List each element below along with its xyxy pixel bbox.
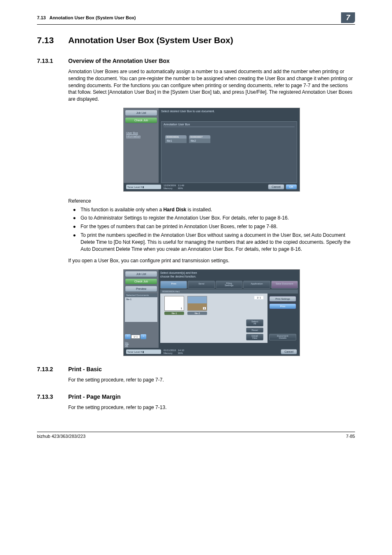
folder-file2[interactable]: 000000007 file2 bbox=[189, 135, 210, 143]
actions-sidebar: Print Settings Print Document Details bbox=[267, 294, 298, 343]
h2-title: Overview of the Annotation User Box bbox=[68, 58, 170, 64]
status-info: 01/11/2010 14:10 Memory 99% bbox=[161, 349, 279, 354]
h2-title: Print - Basic bbox=[68, 366, 102, 372]
thumb1-label: file-1 bbox=[164, 312, 184, 315]
instruction-text: Select desired User Box to use document. bbox=[161, 110, 297, 113]
thumb-file-1[interactable]: 1 file-1 bbox=[164, 296, 184, 315]
screenshot-2: Job List Check Job Preview Selected Docu… bbox=[123, 269, 300, 356]
folder2-name: file2 bbox=[189, 139, 210, 143]
detail-link[interactable]: De- tail bbox=[125, 342, 129, 347]
list-item: ● To print the numbers specified in the … bbox=[68, 232, 355, 252]
folder-file1[interactable]: 000000006 file1 bbox=[165, 135, 187, 143]
toner-level: Toner Level K▮ bbox=[126, 349, 161, 354]
reset-button[interactable]: Reset bbox=[246, 328, 263, 333]
list-item: ● This function is available only when a… bbox=[68, 206, 355, 213]
detail-view-button[interactable]: Detail View bbox=[246, 334, 263, 341]
bullet-icon: ● bbox=[68, 206, 81, 213]
document-canvas: 1/ 1 1 file-1 1 file-2 bbox=[160, 294, 267, 343]
footer-left: bizhub 423/363/283/223 bbox=[37, 434, 85, 439]
job-list-tab[interactable]: Job List bbox=[125, 110, 157, 116]
reference-label: Reference bbox=[68, 198, 355, 204]
box-subheader: 000000006 file1 bbox=[160, 289, 298, 294]
check-job-tab[interactable]: Check Job bbox=[125, 278, 157, 284]
status-info: 12/29/2009 11:49 Memory 99% bbox=[161, 184, 267, 190]
footer-right: 7-85 bbox=[346, 434, 355, 439]
list-item: ● Go to Administrator Settings to regist… bbox=[68, 215, 355, 222]
h1-number: 7.13 bbox=[37, 35, 68, 45]
bullet-icon: ● bbox=[68, 223, 81, 230]
bullet-icon: ● bbox=[68, 232, 81, 252]
list-item: ● For the types of numbers that can be p… bbox=[68, 223, 355, 230]
h2-number: 7.13.2 bbox=[37, 366, 68, 372]
h1-title: Annotation User Box (System User Box) bbox=[68, 35, 233, 45]
folder1-id: 000000006 bbox=[165, 135, 187, 139]
reference-bullets: ● This function is available only when a… bbox=[68, 206, 355, 253]
print-settings-button[interactable]: Print Settings bbox=[269, 296, 296, 302]
check-job-tab[interactable]: Check Job bbox=[125, 117, 157, 123]
sec3-body: For the setting procedure, refer to page… bbox=[68, 404, 355, 411]
h2-title: Print - Page Margin bbox=[68, 393, 121, 400]
document-details-button[interactable]: Document Details bbox=[269, 334, 296, 341]
screenshot-1-wrap: Job List Check Job User Box Information … bbox=[68, 108, 355, 192]
page-footer: bizhub 423/363/283/223 7-85 bbox=[37, 432, 355, 439]
userbox-info-link[interactable]: User Box Information bbox=[125, 130, 142, 139]
thumb2-label: file-2 bbox=[187, 312, 207, 315]
screenshot-1: Job List Check Job User Box Information … bbox=[123, 108, 300, 192]
job-list-tab[interactable]: Job List bbox=[125, 271, 157, 277]
header-section: 7.13 Annotation User Box (System User Bo… bbox=[37, 15, 136, 20]
cancel-button[interactable]: Cancel bbox=[281, 349, 297, 354]
send-tab[interactable]: Send bbox=[188, 281, 214, 289]
h2-7-13-1: 7.13.1 Overview of the Annotation User B… bbox=[37, 58, 355, 64]
screenshot-2-wrap: Job List Check Job Preview Selected Docu… bbox=[68, 269, 355, 356]
cancel-button[interactable]: Cancel bbox=[268, 184, 284, 190]
print-tab[interactable]: Print bbox=[160, 281, 187, 289]
bullet-icon: ● bbox=[68, 215, 81, 222]
h2-7-13-3: 7.13.3 Print - Page Margin bbox=[37, 393, 355, 400]
h2-number: 7.13.1 bbox=[37, 58, 68, 64]
h2-7-13-2: 7.13.2 Print - Basic bbox=[37, 366, 355, 372]
sec1-para: Annotation User Boxes are used to automa… bbox=[68, 68, 355, 103]
application-tab[interactable]: Application bbox=[243, 281, 270, 289]
chapter-badge: 7 bbox=[341, 12, 355, 23]
selected-docs-header: Selected Documents bbox=[125, 293, 157, 297]
running-header: 7.13 Annotation User Box (System User Bo… bbox=[37, 12, 355, 25]
preview-tab[interactable]: Preview bbox=[125, 286, 157, 292]
select-all-button[interactable]: Select All bbox=[246, 319, 263, 326]
sec2-body: For the setting procedure, refer to page… bbox=[68, 377, 355, 384]
arrow-down-icon[interactable]: ↓ bbox=[141, 334, 146, 339]
folder2-id: 000000007 bbox=[189, 135, 210, 139]
h1-heading: 7.13 Annotation User Box (System User Bo… bbox=[37, 35, 355, 45]
selected-docs-list: file-1 bbox=[125, 297, 157, 322]
folder1-name: file1 bbox=[165, 139, 187, 143]
sec1-para2: If you open a User Box, you can configur… bbox=[68, 257, 355, 264]
h2-number: 7.13.3 bbox=[37, 393, 68, 400]
filing-settings-tab[interactable]: Filing Settings bbox=[216, 281, 242, 289]
canvas-pager: 1/ 1 bbox=[254, 296, 263, 299]
panel-title: Annotation User Box bbox=[164, 123, 295, 126]
ok-button[interactable]: OK bbox=[286, 184, 297, 190]
toner-level: Toner Level K▮ bbox=[126, 185, 161, 189]
thumb-file-2[interactable]: 1 file-2 bbox=[187, 296, 207, 315]
selected-item: file-1 bbox=[126, 298, 131, 301]
print-button[interactable]: Print bbox=[269, 303, 296, 309]
annotation-panel: Annotation User Box 000000006 file1 0000… bbox=[161, 121, 297, 183]
save-document-tab[interactable]: Save Document bbox=[271, 281, 298, 289]
arrow-up-icon[interactable]: ↑ bbox=[125, 334, 131, 339]
page-indicator: 1/ 1 bbox=[131, 335, 140, 338]
instruction-text: Select document(s) and then choose the d… bbox=[160, 271, 298, 278]
